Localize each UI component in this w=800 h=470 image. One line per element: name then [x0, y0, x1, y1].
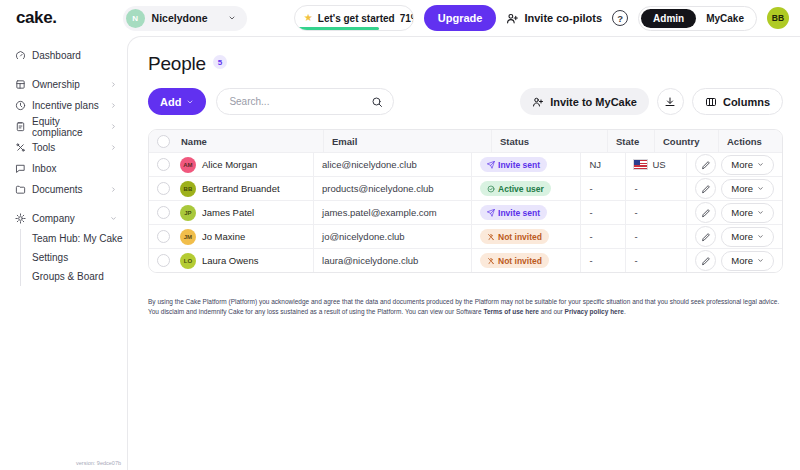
person-name: Laura Owens	[202, 255, 259, 266]
download-icon	[664, 96, 676, 108]
row-checkbox[interactable]	[157, 230, 170, 243]
person-email: laura@nicelydone.club	[322, 255, 418, 266]
select-all-checkbox[interactable]	[157, 135, 170, 148]
search-icon	[371, 96, 383, 108]
cake-logo: cake.	[16, 8, 57, 28]
progress-percent: 71%	[400, 13, 414, 24]
company-avatar: N	[126, 9, 145, 28]
sidebar-item-label: Incentive plans	[32, 100, 99, 111]
sidebar-item-inbox[interactable]: Inbox	[0, 158, 127, 179]
toggle-admin[interactable]: Admin	[641, 9, 696, 28]
grid-icon	[15, 79, 26, 90]
upgrade-button[interactable]: Upgrade	[424, 5, 497, 31]
person-name: Bertrand Bruandet	[202, 183, 280, 194]
edit-button[interactable]	[695, 250, 716, 271]
status-badge: Active user	[480, 181, 551, 196]
user-slash-icon	[487, 233, 495, 241]
chevron-right-icon	[110, 144, 117, 151]
avatar: LO	[180, 253, 196, 269]
table-row: AM Alice Morgan alice@nicelydone.club In…	[149, 152, 782, 176]
edit-button[interactable]	[695, 178, 716, 199]
add-button[interactable]: Add	[148, 88, 206, 115]
table-row: LO Laura Owens laura@nicelydone.club Not…	[149, 248, 782, 272]
pencil-icon	[701, 208, 711, 218]
row-checkbox[interactable]	[157, 254, 170, 267]
row-checkbox[interactable]	[157, 182, 170, 195]
chevron-down-icon	[757, 161, 764, 168]
person-name: Alice Morgan	[202, 159, 257, 170]
edit-button[interactable]	[695, 202, 716, 223]
person-email: products@nicelydone.club	[322, 183, 434, 194]
person-country: -	[634, 231, 637, 242]
edit-button[interactable]	[695, 154, 716, 175]
more-button[interactable]: More	[721, 179, 774, 199]
sidebar-item-incentive-plans[interactable]: Incentive plans	[0, 95, 127, 116]
person-state: -	[589, 255, 592, 266]
clipboard-icon	[15, 121, 26, 132]
help-icon[interactable]: ?	[612, 10, 628, 26]
sidebar-item-equity-compliance[interactable]: Equity compliance	[0, 116, 127, 137]
avatar: AM	[180, 157, 196, 173]
column-header-status: Status	[492, 130, 608, 152]
person-plus-icon	[532, 96, 544, 108]
folder-icon	[15, 184, 26, 195]
row-checkbox[interactable]	[157, 206, 170, 219]
sidebar-item-dashboard[interactable]: Dashboard	[0, 45, 127, 66]
row-checkbox[interactable]	[157, 158, 170, 171]
legal-disclaimer: By using the Cake Platform (Platform) yo…	[148, 297, 783, 318]
sidebar: Dashboard Ownership Incentive plans Equi…	[0, 36, 127, 470]
gauge-icon	[15, 50, 26, 61]
status-badge: Invite sent	[480, 157, 547, 172]
sidebar-subitem-settings[interactable]: Settings	[21, 248, 127, 267]
chevron-down-icon	[757, 257, 764, 264]
more-button[interactable]: More	[721, 227, 774, 247]
columns-label: Columns	[723, 96, 770, 108]
admin-mycake-toggle: Admin MyCake	[638, 6, 757, 31]
chevron-down-icon	[757, 185, 764, 192]
us-flag-icon	[634, 160, 647, 169]
tools-icon	[15, 142, 26, 153]
pencil-icon	[701, 256, 711, 266]
invite-copilots-button[interactable]: Invite co-pilots	[506, 12, 602, 25]
search-input[interactable]	[217, 89, 393, 114]
progress-label: Let's get started	[318, 13, 395, 24]
sidebar-item-label: Inbox	[32, 163, 56, 174]
columns-icon	[705, 96, 717, 108]
sidebar-item-documents[interactable]: Documents	[0, 179, 127, 200]
toggle-mycake[interactable]: MyCake	[696, 9, 754, 28]
person-country: -	[634, 207, 637, 218]
sidebar-subitem-team-hub[interactable]: Team Hub: My Cake	[21, 229, 127, 248]
table-row: BB Bertrand Bruandet products@nicelydone…	[149, 176, 782, 200]
sidebar-item-company[interactable]: Company	[0, 208, 127, 229]
version-label: version: 9edce07b	[76, 460, 121, 466]
edit-button[interactable]	[695, 226, 716, 247]
user-avatar[interactable]: BB	[767, 7, 789, 29]
chevron-down-icon	[757, 233, 764, 240]
invite-to-mycake-button[interactable]: Invite to MyCake	[520, 88, 649, 115]
more-button[interactable]: More	[721, 203, 774, 223]
export-button[interactable]	[657, 88, 684, 115]
company-submenu: Team Hub: My Cake Settings Groups & Boar…	[20, 229, 127, 286]
sidebar-item-label: Documents	[32, 184, 83, 195]
person-country: -	[634, 183, 637, 194]
terms-of-use-link[interactable]: Terms of use here	[483, 308, 539, 315]
topbar-right: ★ Let's get started 71% Upgrade Invite c…	[294, 5, 789, 31]
more-button[interactable]: More	[721, 155, 774, 175]
add-button-label: Add	[160, 96, 181, 108]
onboarding-progress-pill[interactable]: ★ Let's get started 71%	[294, 5, 414, 31]
avatar: JP	[180, 205, 196, 221]
privacy-policy-link[interactable]: Privacy policy here	[565, 308, 624, 315]
sidebar-item-tools[interactable]: Tools	[0, 137, 127, 158]
sidebar-item-label: Equity compliance	[32, 116, 104, 138]
company-selector[interactable]: N Nicelydone	[123, 6, 247, 31]
columns-button[interactable]: Columns	[692, 88, 783, 115]
sidebar-subitem-groups-board[interactable]: Groups & Board	[21, 267, 127, 286]
person-email: alice@nicelydone.club	[322, 159, 417, 170]
status-badge: Invite sent	[480, 205, 547, 220]
person-country: -	[634, 255, 637, 266]
sidebar-item-ownership[interactable]: Ownership	[0, 74, 127, 95]
company-name: Nicelydone	[152, 12, 208, 24]
more-button[interactable]: More	[721, 251, 774, 271]
gear-icon	[15, 213, 26, 224]
sidebar-item-label: Ownership	[32, 79, 80, 90]
